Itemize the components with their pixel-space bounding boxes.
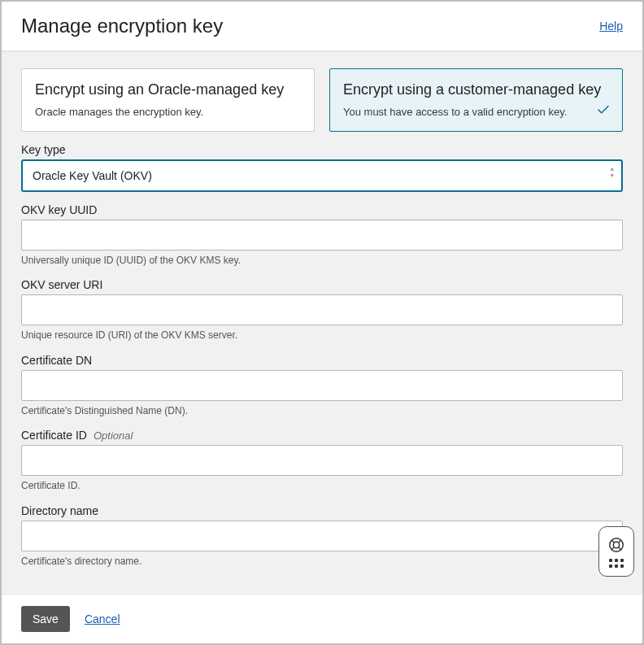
field-helper: Certificate's Distinguished Name (DN). [21,405,623,418]
svg-line-3 [619,540,621,543]
card-desc: You must have access to a valid encrypti… [343,106,609,118]
okv-uri-input[interactable] [21,294,623,325]
svg-point-1 [613,542,619,547]
certificate-id-input[interactable] [21,445,623,476]
svg-line-5 [619,547,621,549]
field-helper: Certificate ID. [21,480,623,493]
directory-name-input[interactable] [21,521,623,551]
field-helper: Universally unique ID (UUID) of the OKV … [21,255,623,268]
field-okv-uuid: OKV key UUID Universally unique ID (UUID… [21,203,623,268]
field-helper: Unique resource ID (URI) of the OKV KMS … [21,329,623,342]
key-type-select[interactable] [21,159,623,192]
svg-line-4 [611,547,614,549]
field-label-text: Certificate ID [21,429,87,442]
cancel-button[interactable]: Cancel [85,612,120,625]
field-okv-uri: OKV server URI Unique resource ID (URI) … [21,278,623,342]
manage-encryption-key-dialog: Manage encryption key Help Encrypt using… [0,0,644,645]
field-label: Directory name [21,504,623,517]
field-label: Key type [21,143,623,156]
card-title: Encrypt using a customer-managed key [343,81,609,99]
card-title: Encrypt using an Oracle-managed key [35,81,301,99]
okv-uuid-input[interactable] [21,220,623,251]
field-certificate-id: Certificate ID Optional Certificate ID. [21,429,623,493]
field-directory-name: Directory name Certificate's directory n… [21,504,623,569]
certificate-dn-input[interactable] [21,370,623,401]
field-certificate-dn: Certificate DN Certificate's Distinguish… [21,354,623,418]
optional-tag: Optional [94,429,133,442]
svg-line-2 [611,540,614,543]
help-widget[interactable] [598,526,634,577]
field-label: OKV server URI [21,278,623,291]
field-helper: Certificate's directory name. [21,556,623,569]
dialog-title: Manage encryption key [21,15,223,37]
lifebuoy-icon [607,536,625,554]
card-customer-managed[interactable]: Encrypt using a customer-managed key You… [329,68,623,132]
dialog-header: Manage encryption key Help [2,2,642,51]
field-key-type: Key type ˄˅ [21,143,623,192]
card-desc: Oracle manages the encryption key. [35,106,301,118]
help-link[interactable]: Help [599,20,623,33]
field-label: Certificate ID Optional [21,429,623,442]
drag-handle-icon [609,559,624,568]
field-label: OKV key UUID [21,203,623,216]
key-management-choice: Encrypt using an Oracle-managed key Orac… [21,68,623,132]
save-button[interactable]: Save [21,606,70,632]
dialog-body: Encrypt using an Oracle-managed key Orac… [2,51,642,595]
select-wrap: ˄˅ [21,159,623,192]
dialog-footer: Save Cancel [2,595,642,643]
field-label: Certificate DN [21,354,623,367]
checkmark-icon [596,102,611,120]
card-oracle-managed[interactable]: Encrypt using an Oracle-managed key Orac… [21,68,315,132]
